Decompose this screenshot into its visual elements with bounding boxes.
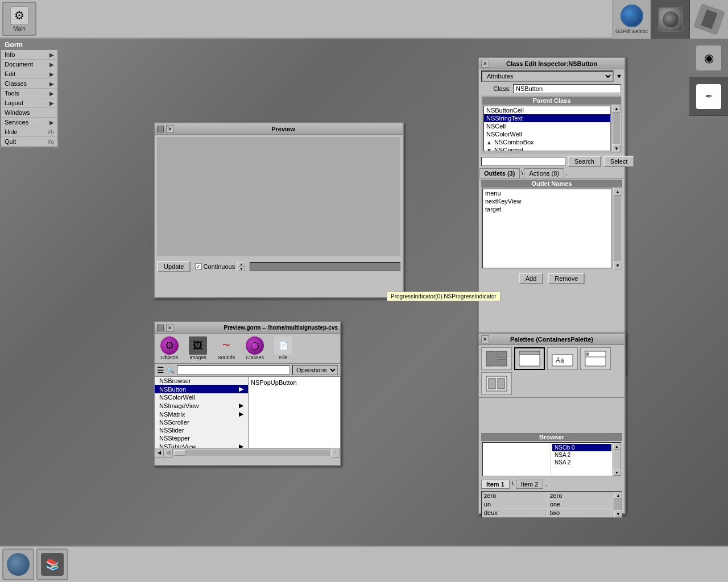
browser-item-0[interactable]: NSOb 0 [552,444,611,451]
preview-close-btn[interactable]: ✕ [166,125,174,133]
inspector-close-btn[interactable]: ✕ [481,60,489,68]
menu-item-hide[interactable]: Hide #h [1,127,57,137]
preview-mini-icon[interactable] [157,126,164,132]
add-button[interactable]: Add [519,273,544,284]
list-item-nsmatrix[interactable]: NSMatrix ▶ [155,410,248,418]
class-item-1[interactable]: NSStringText [484,114,610,122]
class-item-4[interactable]: ▲ NSComboBox [484,138,610,146]
menu-item-classes-arrow: ▶ [49,81,54,87]
gorm-tab-sounds[interactable]: 〜 Sounds [214,336,239,361]
side-icon-1[interactable] [651,0,689,39]
attributes-dropdown[interactable]: Attributes [481,70,614,82]
browser-item-2[interactable]: NSA 2 [552,459,611,466]
gorm-search-input[interactable] [177,365,290,375]
class-item-2[interactable]: NSCell [484,122,610,130]
gorm-tab-objects[interactable]: ⚙ Objects [157,336,182,361]
select-button[interactable]: Select [603,156,635,167]
class-item-3-label: NSColorWell [486,131,522,138]
table-scroll-down[interactable]: ▼ [614,510,622,517]
table-cell-1-1: one [548,500,614,508]
list-item-nsbutton[interactable]: NSButton ▶ [155,385,248,393]
gspdf-icon[interactable]: GSPdf.webloc [612,0,651,39]
outlet-0[interactable]: menu [483,189,611,197]
continuous-checkbox[interactable]: ✓ [195,263,202,270]
class-input[interactable] [513,84,621,93]
list-item-nsscroller[interactable]: NSScroller [155,418,248,426]
browser-tab-item2[interactable]: Item 2 [516,480,544,489]
class-scroll-up[interactable]: ▲ [612,105,621,113]
gorm-scroll-thumb-h [174,450,185,456]
menu-item-document[interactable]: Document ▶ [1,60,57,69]
side-icon-2[interactable] [689,0,728,39]
tab-outlets[interactable]: Outlets (3) [479,168,520,178]
gorm-file-titlebar: ✕ Preview.gorm -- /home/multix/gnustep-c… [155,322,340,334]
list-item-nsslider[interactable]: NSSlider [155,426,248,434]
palette-icon-1[interactable] [514,347,545,370]
progress-bar [250,262,400,271]
gorm-tab-classes[interactable]: ◯ Classes [242,336,267,361]
gorm-scroll-right-dot[interactable]: · [331,448,340,458]
palettes-close-btn[interactable]: ✕ [481,335,489,343]
class-item-5[interactable]: ▼ NSControl [484,146,610,151]
gorm-tab-images[interactable]: 🖼 Images [185,336,210,361]
menu-item-classes[interactable]: Classes ▶ [1,79,57,89]
browser-tab-item1[interactable]: Item 1 [481,480,510,489]
class-item-0[interactable]: NSButtonCell [484,106,610,114]
list-item-nstableview[interactable]: NSTableView ▶ [155,442,248,448]
gorm-operations-select[interactable]: Operations [292,365,338,375]
palette-icon-2[interactable]: Aa [547,347,578,370]
outlet-scroll-down[interactable]: ▼ [613,261,622,269]
class-item-2-label: NSCell [486,123,506,130]
table-scroll-up[interactable]: ▲ [614,492,622,498]
main-app-icon[interactable]: ⚙ Main [2,2,36,36]
stepper-up[interactable]: ▲ [237,262,245,267]
window-icon [518,350,541,367]
class-scroll-down[interactable]: ▼ [612,144,621,152]
menu-item-info[interactable]: Info ▶ [1,50,57,60]
search-button[interactable]: Search [568,156,601,167]
bottom-icon-0[interactable] [2,548,34,580]
grid-icon [485,350,508,367]
browser-scroll-up[interactable]: ▲ [613,443,621,450]
gorm-scroll-prev[interactable]: ◁ [164,448,173,458]
gorm-tab-file[interactable]: 📄 File [271,336,296,361]
menu-item-layout[interactable]: Layout ▶ [1,98,57,108]
list-item-nscolorwell[interactable]: NSColorWell [155,393,248,401]
menu-item-quit[interactable]: Quit #q [1,137,57,147]
main-icon-image: ⚙ [10,6,28,24]
stepper[interactable]: ▲ ▼ [237,262,245,271]
menu-item-windows[interactable]: Windows [1,108,57,118]
browser-scroll-down[interactable]: ▼ [613,469,621,476]
browser-item-1[interactable]: NSA 2 [552,451,611,459]
gorm-right-item: NSPopUpButton [251,379,297,386]
menu-item-tools[interactable]: Tools ▶ [1,89,57,98]
outlet-1[interactable]: nextKeyView [483,197,611,205]
menu-item-services[interactable]: Services ▶ [1,118,57,127]
palette-icon-3[interactable] [580,347,611,370]
side-panel-icon-1[interactable]: ◉ [689,39,728,77]
gorm-file-close-btn[interactable]: ✕ [166,324,174,332]
images-icon: 🖼 [189,336,207,355]
gorm-search-icon[interactable]: 🔍 [167,367,175,374]
list-item-nsimageview[interactable]: NSImageView ▶ [155,401,248,410]
tab-actions[interactable]: Actions (8) [524,168,564,178]
outlet-2[interactable]: target [483,205,611,213]
list-item-nsbrowser[interactable]: NSBrowser [155,377,248,385]
update-button[interactable]: Update [157,261,191,272]
outlet-scroll-track [614,196,621,261]
gorm-list-icon: ☰ [157,365,164,375]
bottom-icon-1[interactable]: 📚 [36,548,68,580]
outlet-scroll-up[interactable]: ▲ [613,188,622,196]
browser-item-2-label: NSA 2 [555,459,570,465]
stepper-down[interactable]: ▼ [237,267,245,271]
palette-icon-4[interactable] [481,372,512,395]
palette-icon-0[interactable] [481,347,512,370]
menu-item-edit[interactable]: Edit ▶ [1,69,57,79]
remove-button[interactable]: Remove [548,273,585,284]
gorm-scroll-left[interactable]: ◀ [155,448,164,458]
side-panel-icon-2[interactable]: ✒ [689,77,728,116]
continuous-control: ✓ Continuous ▲ ▼ [195,262,245,271]
search-input[interactable] [481,157,565,166]
list-item-nsstepper[interactable]: NSStepper [155,434,248,442]
class-item-3[interactable]: NSColorWell [484,130,610,138]
